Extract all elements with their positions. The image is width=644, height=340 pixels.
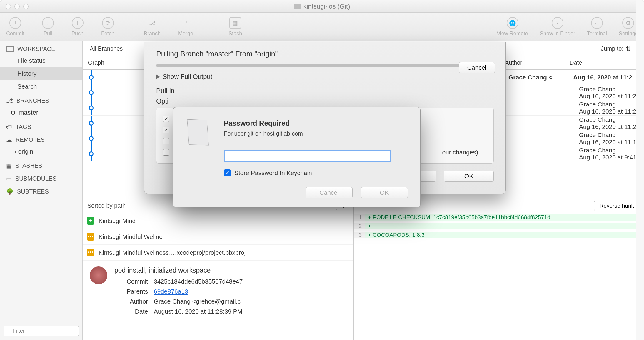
tag-icon: 🏷 <box>6 124 12 130</box>
view-remote-button[interactable]: 🌐View Remote <box>497 17 528 37</box>
progress-bar <box>156 64 494 67</box>
file-name: Kintsugi Mind <box>99 217 136 224</box>
monitor-icon <box>6 46 14 52</box>
traffic-lights <box>6 4 29 9</box>
option-checkbox-2[interactable] <box>163 127 169 133</box>
branch-master[interactable]: master <box>0 106 82 119</box>
modal-ok-button[interactable]: OK <box>361 187 408 198</box>
diff-line: 3+ COCOAPODS: 1.8.3 <box>354 231 644 239</box>
option-checkbox-3[interactable] <box>163 138 169 144</box>
commit-date-cell: Aug 16, 2020 at 11:21 <box>579 123 644 130</box>
parent-link[interactable]: 69de876a13 <box>154 288 188 295</box>
submodule-icon: ▭ <box>6 175 12 182</box>
branch-button[interactable]: ⎇Branch <box>144 17 161 37</box>
option-trailing-text: our changes) <box>442 149 478 156</box>
sidebar-item-history[interactable]: History <box>0 67 82 80</box>
commit-author-cell: Grace Chang Aug 16, 2020 at 11:21 <box>579 116 644 130</box>
modified-icon: ••• <box>87 249 94 256</box>
tags-section[interactable]: 🏷TAGS <box>0 119 82 132</box>
modified-icon: ••• <box>87 233 94 241</box>
disclosure-triangle-icon <box>156 74 160 79</box>
sheet-title: Pulling Branch "master" From "origin" <box>156 50 494 58</box>
commit-author-cell: Grace Chang Aug 16, 2020 at 11:26 <box>579 86 644 100</box>
titlebar: kintsugi-ios (Git) <box>0 0 644 13</box>
remotes-section[interactable]: ☁REMOTES <box>0 132 82 145</box>
stash-button[interactable]: ▦Stash <box>228 17 242 37</box>
folder-icon <box>294 4 301 9</box>
sheet-ok-button[interactable]: OK <box>444 171 494 182</box>
fetch-button[interactable]: ⟳Fetch <box>101 17 114 37</box>
file-row[interactable]: •••Kintsugi Mindful Wellness….xcodeproj/… <box>83 245 353 261</box>
commit-date: August 16, 2020 at 11:28:39 PM <box>154 308 346 315</box>
pull-into-label: Pull in <box>156 87 494 95</box>
commit-author-cell: Grace Chang Aug 16, 2020 at 9:41 P <box>579 147 644 161</box>
avatar <box>90 266 107 284</box>
window-title: kintsugi-ios (Git) <box>303 3 350 10</box>
modal-cancel-button[interactable]: Cancel <box>306 187 353 198</box>
workspace-section[interactable]: WORKSPACE <box>0 41 82 54</box>
branches-section[interactable]: ⎇BRANCHES <box>0 93 82 106</box>
file-name: Kintsugi Mindful Wellness….xcodeproj/pro… <box>99 249 246 256</box>
sidebar-item-search[interactable]: Search <box>0 80 82 93</box>
subtrees-section[interactable]: 🌳SUBTREES <box>0 184 82 197</box>
jump-to-dropdown[interactable]: Jump to: ⇅ <box>601 45 631 52</box>
branch-filter-dropdown[interactable]: All Branches <box>90 45 123 52</box>
sidebar: WORKSPACE File status History Search ⎇BR… <box>0 41 83 340</box>
commit-author: Grace Chang <grehce@gmail.c <box>154 298 346 305</box>
col-date[interactable]: Date <box>570 59 640 66</box>
sort-dropdown[interactable]: Sorted by path <box>87 202 126 209</box>
pull-button[interactable]: ↓Pull <box>42 17 54 37</box>
chevron-updown-icon: ⇅ <box>626 45 631 52</box>
close-icon[interactable] <box>6 4 11 9</box>
store-keychain-label: Store Password In Keychain <box>234 169 312 176</box>
added-icon: + <box>87 217 94 225</box>
zoom-icon[interactable] <box>23 4 29 9</box>
commit-author-cell: Grace Chang Aug 16, 2020 at 11:10 <box>579 131 644 146</box>
commit-author-cell: Grace Chang <… <box>508 74 573 81</box>
reverse-hunk-button[interactable]: Reverse hunk <box>594 201 640 211</box>
option-checkbox-4[interactable] <box>163 149 169 156</box>
modal-subtitle: For user git on host gitlab.com <box>224 130 391 137</box>
right-gutter <box>636 0 644 340</box>
commit-date-cell: Aug 16, 2020 at 11:10 <box>579 139 644 146</box>
sidebar-item-file-status[interactable]: File status <box>0 54 82 67</box>
commit-date-cell: Aug 16, 2020 at 11:2 <box>573 74 644 81</box>
merge-button[interactable]: ⑂Merge <box>178 17 193 37</box>
commit-button[interactable]: +Commit <box>6 17 24 37</box>
settings-button[interactable]: ⚙Settings <box>619 17 638 37</box>
subtree-icon: 🌳 <box>6 188 14 195</box>
branch-icon: ⎇ <box>6 97 13 104</box>
commit-subject: pod install, initialized workspace <box>114 266 346 274</box>
current-branch-icon <box>11 111 15 115</box>
commit-date-cell: Aug 16, 2020 at 11:26 <box>579 93 644 100</box>
stashes-section[interactable]: ▦STASHES <box>0 158 82 171</box>
terminal-button[interactable]: ›_Terminal <box>587 17 607 37</box>
submodules-section[interactable]: ▭SUBMODULES <box>0 171 82 184</box>
password-input[interactable] <box>224 150 391 162</box>
push-button[interactable]: ↑Push <box>71 17 84 37</box>
sheet-cancel-button[interactable]: Cancel <box>459 62 495 73</box>
sidebar-filter-input[interactable] <box>4 326 79 336</box>
file-row[interactable]: •••Kintsugi Mindful Wellne <box>83 229 353 245</box>
commit-date-cell: Aug 16, 2020 at 11:25 <box>579 108 644 115</box>
password-modal: Password Required For user git on host g… <box>173 107 421 207</box>
cloud-icon: ☁ <box>6 136 12 143</box>
app-icon <box>186 119 214 147</box>
col-graph[interactable]: Graph <box>86 59 145 66</box>
store-keychain-checkbox[interactable]: ✓ <box>224 169 231 176</box>
diff-line: 2+ <box>354 222 644 231</box>
minimize-icon[interactable] <box>14 4 20 9</box>
commit-hash: 3425c184dde6d5b35507d48e47 <box>154 278 346 285</box>
commit-author-cell: Grace Chang Aug 16, 2020 at 11:25 <box>579 101 644 115</box>
show-in-finder-button[interactable]: ⇪Show in Finder <box>540 17 575 37</box>
file-row[interactable]: +Kintsugi Mind <box>83 213 353 229</box>
diff-line: 1+ PODFILE CHECKSUM: 1c7c819ef35b65b3a7f… <box>354 213 644 222</box>
toolbar: +Commit ↓Pull ↑Push ⟳Fetch ⎇Branch ⑂Merg… <box>0 13 644 41</box>
option-checkbox-1[interactable] <box>163 116 169 122</box>
remote-origin[interactable]: › origin <box>0 145 82 158</box>
show-output-toggle[interactable]: Show Full Output <box>156 73 494 81</box>
commit-date-cell: Aug 16, 2020 at 9:41 P <box>579 154 644 161</box>
stash-icon: ▦ <box>6 162 12 169</box>
file-name: Kintsugi Mindful Wellne <box>99 233 163 240</box>
col-author[interactable]: Author <box>505 59 570 66</box>
